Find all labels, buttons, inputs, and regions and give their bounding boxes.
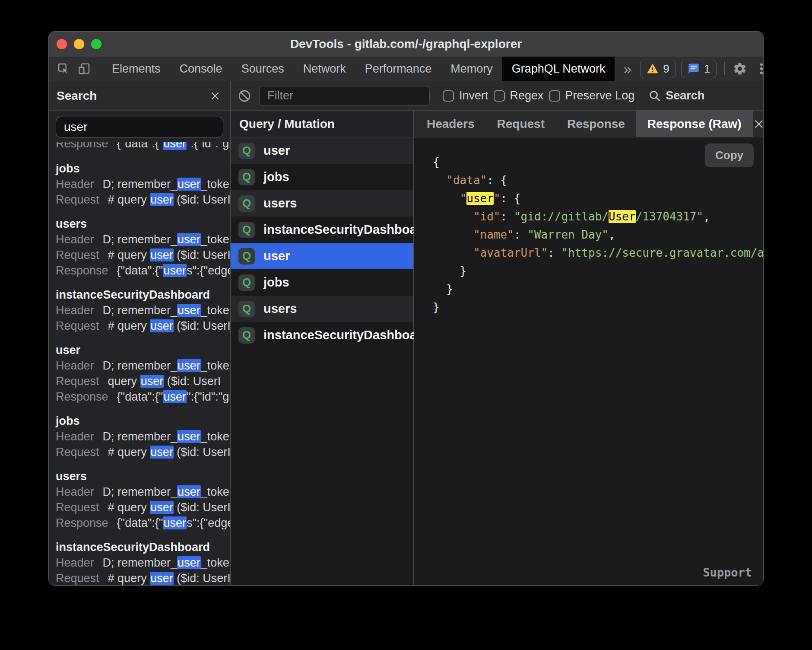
warning-icon [647, 63, 659, 75]
more-panels-chevron[interactable]: » [615, 57, 640, 81]
detail-tab-headers[interactable]: Headers [416, 111, 486, 137]
query-type-badge: Q [238, 274, 255, 291]
search-result-line[interactable]: Request# query user ($id: UserI [56, 444, 230, 460]
json-token: " [494, 192, 501, 205]
result-group-title-jobs[interactable]: jobs [56, 161, 230, 176]
result-group-title-instancesecuritydashboard[interactable]: instanceSecurityDashboard [56, 539, 230, 555]
result-group-title-users[interactable]: users [56, 216, 230, 232]
more-options-kebab-icon[interactable] [755, 61, 764, 76]
checkbox-regex[interactable]: Regex [494, 89, 544, 102]
query-row-label: users [263, 302, 297, 316]
tab-elements[interactable]: Elements [102, 57, 170, 81]
json-token: : [514, 228, 527, 241]
search-result-line[interactable]: Request# query user ($id: UserI [56, 247, 230, 263]
result-line-label: Request [56, 446, 99, 459]
tab-console[interactable]: Console [170, 57, 232, 81]
query-row-users[interactable]: Qusers [231, 296, 413, 322]
toolbar-search-control[interactable]: Search [648, 89, 704, 102]
search-result-line[interactable]: HeaderD; remember_user_token=e [56, 232, 230, 247]
query-row-instancesecuritydashboard[interactable]: QinstanceSecurityDashboard [231, 322, 413, 348]
search-result-line[interactable]: Response{"data":{"user":{"id":"gid [56, 389, 230, 405]
search-result-line[interactable]: HeaderD; remember_user_token=e [56, 555, 230, 570]
detail-tab-bar: HeadersRequestResponseResponse (Raw) [414, 111, 763, 137]
tab-network[interactable]: Network [294, 57, 355, 81]
result-line-label: Request [56, 249, 99, 261]
search-result-line[interactable]: HeaderD; remember_user_token=e [56, 303, 230, 318]
tab-performance[interactable]: Performance [355, 57, 441, 81]
search-result-line[interactable]: Response{"data":{"users":{"edges [56, 263, 230, 278]
search-result-line[interactable]: Request# query user ($id: UserI [56, 500, 230, 515]
search-result-line[interactable]: Response{"data":{"users":{"edges [56, 515, 230, 531]
query-row-users[interactable]: Qusers [231, 190, 413, 217]
result-text: D; remember_ [103, 430, 178, 443]
support-link[interactable]: Support [703, 566, 752, 579]
query-type-badge: Q [238, 327, 255, 344]
checkbox-box-invert[interactable] [443, 90, 454, 102]
result-text: ($id: UserI [174, 249, 230, 261]
query-row-jobs[interactable]: Qjobs [231, 164, 413, 190]
query-row-jobs[interactable]: Qjobs [231, 269, 413, 296]
search-panel-title: Search [57, 89, 97, 103]
search-result-line[interactable]: Response{"data":{"user":{"id":"gid [56, 142, 230, 151]
checkbox-box-preserve-log[interactable] [549, 90, 560, 102]
warnings-badge[interactable]: 9 [640, 60, 676, 78]
result-group-title-instancesecuritydashboard[interactable]: instanceSecurityDashboard [56, 287, 230, 303]
settings-gear-icon[interactable] [733, 61, 747, 76]
json-token: { [433, 156, 440, 169]
inspect-element-icon[interactable] [57, 62, 70, 76]
json-token: "data" [446, 174, 487, 187]
result-line-label: Header [56, 178, 94, 191]
checkbox-preserve-log[interactable]: Preserve Log [549, 89, 635, 102]
clear-block-icon[interactable] [238, 89, 251, 103]
search-result-line[interactable]: Request# query user ($id: UserI [56, 570, 230, 585]
search-result-line[interactable]: HeaderD; remember_user_token=e [56, 484, 230, 500]
query-row-user[interactable]: Quser [231, 243, 413, 269]
search-result-line[interactable]: HeaderD; remember_user_token=e [56, 358, 230, 373]
detail-tab-response[interactable]: Response [556, 111, 636, 137]
result-group-title-users[interactable]: users [56, 468, 230, 484]
result-line-label: Request [56, 193, 99, 206]
query-row-instancesecuritydashboard[interactable]: QinstanceSecurityDashboard [231, 217, 413, 243]
chat-icon [688, 63, 700, 75]
json-token: /13704317" [636, 210, 704, 223]
search-input[interactable] [56, 117, 223, 137]
checkbox-box-regex[interactable] [494, 90, 505, 102]
tab-graphql-network[interactable]: GraphQL Network [502, 57, 615, 81]
search-result-line[interactable]: HeaderD; remember_user_token=e [56, 429, 230, 444]
checkbox-invert[interactable]: Invert [443, 89, 488, 102]
result-line-value: # query user ($id: UserI [108, 249, 230, 261]
detail-tab-response-raw[interactable]: Response (Raw) [636, 111, 753, 137]
search-result-line[interactable]: Request# query user ($id: UserI [56, 192, 230, 207]
result-text: {"data":{" [117, 264, 163, 277]
filter-input[interactable] [259, 86, 430, 106]
query-type-badge: Q [238, 248, 255, 264]
raw-response-view: Copy {"data": {"user": {"id": "gid://git… [414, 137, 763, 585]
issues-badge[interactable]: 1 [681, 60, 717, 78]
result-line-value: D; remember_user_token=e [103, 556, 230, 569]
close-detail-icon[interactable] [753, 118, 764, 130]
search-result-line[interactable]: Requestquery user ($id: UserI [56, 373, 230, 389]
result-text: D; remember_ [103, 485, 178, 498]
result-group-title-jobs[interactable]: jobs [56, 413, 230, 429]
query-row-user[interactable]: Quser [231, 137, 413, 164]
query-row-label: users [263, 196, 297, 210]
search-result-line[interactable]: Request# query user ($id: UserI [56, 318, 230, 334]
match-highlight: user [177, 178, 201, 191]
result-group-title-user[interactable]: user [56, 342, 230, 358]
warning-count: 9 [663, 62, 669, 76]
query-row-label: user [263, 249, 290, 263]
match-highlight: user [177, 485, 201, 498]
result-line-value: {"data":{"user":{"id":"gid [117, 142, 230, 150]
device-toolbar-icon[interactable] [77, 62, 91, 76]
query-list-header: Query / Mutation [231, 111, 413, 137]
copy-button[interactable]: Copy [705, 143, 754, 167]
tab-memory[interactable]: Memory [441, 57, 502, 81]
tab-sources[interactable]: Sources [232, 57, 294, 81]
detail-tab-request[interactable]: Request [486, 111, 556, 137]
network-toolbar: InvertRegexPreserve Log Search [231, 81, 763, 111]
match-highlight: user [140, 375, 164, 388]
result-line-label: Request [56, 501, 99, 514]
match-highlight: user [150, 193, 174, 206]
search-result-line[interactable]: HeaderD; remember_user_token=e [56, 176, 230, 192]
close-search-panel-icon[interactable] [209, 90, 221, 102]
